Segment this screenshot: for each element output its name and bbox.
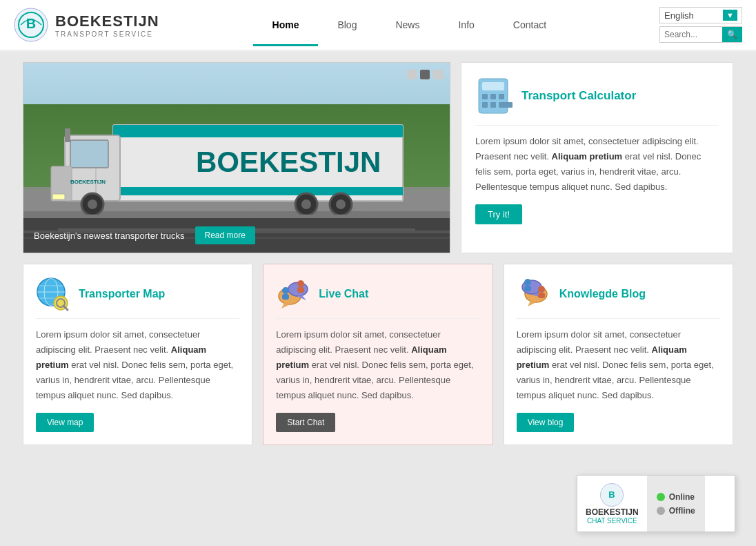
svg-rect-43	[297, 287, 304, 293]
transporter-map-header: Transporter Map	[36, 277, 239, 319]
main-content: BOEKESTIJN	[16, 62, 740, 445]
live-chat-body: Lorem ipsum dolor sit amet, consectetuer…	[276, 327, 479, 403]
svg-rect-6	[113, 187, 403, 195]
calculator-divider	[475, 125, 719, 126]
svg-rect-27	[499, 102, 513, 108]
view-map-button[interactable]: View map	[36, 413, 94, 432]
logo-title: BOEKESTIJN	[55, 12, 159, 30]
svg-text:BOEKESTIJN: BOEKESTIJN	[196, 146, 381, 178]
header-right: English ▼ 🔍	[659, 7, 742, 43]
language-label: English	[664, 10, 694, 21]
calculator-icon	[475, 77, 513, 115]
logo-icon: B	[14, 8, 48, 42]
svg-point-42	[297, 280, 304, 287]
start-chat-button[interactable]: Start Chat	[276, 413, 335, 432]
svg-rect-21	[482, 82, 504, 90]
svg-point-15	[336, 199, 346, 209]
search-button[interactable]: 🔍	[722, 27, 742, 42]
svg-rect-51	[538, 293, 545, 298]
transporter-map-card: Transporter Map Lorem ipsum dolor sit am…	[23, 264, 252, 445]
try-it-button[interactable]: Try it!	[475, 204, 522, 224]
globe-icon	[36, 277, 70, 311]
nav-home[interactable]: Home	[253, 6, 319, 46]
nav-blog[interactable]: Blog	[318, 6, 376, 46]
blog-icon	[517, 277, 551, 311]
logo-area: B BOEKESTIJN TRANSPORT SERVICE	[14, 8, 159, 42]
calculator-title: Transport Calculator	[521, 89, 636, 103]
calc-body-bold: Aliquam pretium	[552, 151, 623, 162]
knowledge-blog-card: Knowlegde Blog Lorem ipsum dolor sit ame…	[504, 264, 733, 445]
svg-rect-25	[482, 102, 488, 108]
live-chat-title: Live Chat	[319, 288, 368, 300]
svg-rect-17	[52, 194, 65, 199]
logo-text-area: BOEKESTIJN TRANSPORT SERVICE	[55, 12, 159, 38]
header: B BOEKESTIJN TRANSPORT SERVICE Home Blog…	[0, 0, 756, 52]
read-more-button[interactable]: Read more	[195, 226, 255, 244]
nav-contact[interactable]: Contact	[494, 6, 566, 46]
truck-illustration: BOEKESTIJN	[44, 97, 424, 215]
svg-text:B: B	[26, 16, 36, 31]
svg-point-11	[88, 199, 97, 209]
language-dropdown-arrow[interactable]: ▼	[723, 10, 737, 21]
chat-icon	[276, 277, 310, 311]
nav-info[interactable]: Info	[439, 6, 493, 46]
svg-rect-22	[482, 94, 488, 99]
search-bar: 🔍	[659, 26, 742, 43]
logo-subtitle: TRANSPORT SERVICE	[55, 30, 159, 38]
svg-rect-23	[490, 94, 496, 99]
slider-caption: Boekestijn's newest transporter trucks R…	[23, 218, 450, 253]
knowledge-blog-title: Knowlegde Blog	[559, 288, 646, 300]
live-chat-header: Live Chat	[276, 277, 479, 319]
svg-point-13	[301, 199, 311, 209]
svg-rect-18	[65, 128, 70, 142]
view-blog-button[interactable]: View blog	[517, 413, 575, 432]
bottom-section: Transporter Map Lorem ipsum dolor sit am…	[23, 264, 733, 445]
calculator-body: Lorem ipsum dolor sit amet, consectetuer…	[475, 134, 719, 195]
main-nav: Home Blog News Info Contact	[159, 6, 659, 44]
calculator-header: Transport Calculator	[475, 77, 719, 115]
svg-rect-41	[282, 294, 289, 300]
language-selector[interactable]: English ▼	[659, 7, 742, 23]
calculator-card: Transport Calculator Lorem ipsum dolor s…	[461, 62, 733, 253]
nav-news[interactable]: News	[376, 6, 439, 46]
knowledge-blog-body: Lorem ipsum dolor sit amet, consectetuer…	[517, 327, 720, 403]
slider-dot-3[interactable]	[433, 70, 443, 79]
slider-dots	[407, 70, 443, 79]
svg-rect-8	[70, 140, 108, 168]
svg-point-50	[538, 286, 545, 293]
slider-dot-2[interactable]	[420, 70, 430, 79]
slider-dot-1[interactable]	[407, 70, 417, 79]
slider-caption-text: Boekestijn's newest transporter trucks	[34, 231, 185, 241]
live-chat-card: Live Chat Lorem ipsum dolor sit amet, co…	[263, 264, 493, 445]
transporter-map-title: Transporter Map	[79, 288, 165, 300]
search-input[interactable]	[660, 27, 722, 42]
svg-point-48	[524, 279, 531, 286]
top-section: BOEKESTIJN	[23, 62, 733, 253]
svg-point-40	[282, 287, 289, 294]
svg-rect-24	[499, 94, 504, 99]
svg-text:BOEKESTIJN: BOEKESTIJN	[70, 179, 106, 185]
transporter-map-body: Lorem ipsum dolor sit amet, consectetuer…	[36, 327, 239, 403]
knowledge-blog-header: Knowlegde Blog	[517, 277, 720, 319]
svg-rect-4	[113, 125, 403, 137]
svg-rect-26	[490, 102, 496, 108]
hero-slider: BOEKESTIJN	[23, 62, 450, 253]
svg-rect-49	[524, 286, 531, 291]
